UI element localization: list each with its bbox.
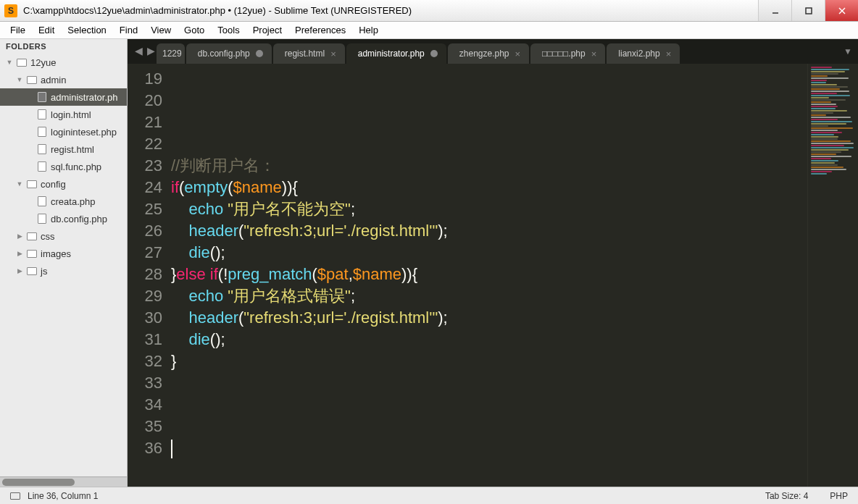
- sidebar: FOLDERS ▼12yue▼adminadministrator.phlogi…: [0, 39, 128, 487]
- sidebar-scrollbar[interactable]: [0, 476, 127, 487]
- tree-item-label: config: [41, 179, 66, 190]
- menu-selection[interactable]: Selection: [62, 25, 112, 35]
- file-item-regist-html[interactable]: regist.html: [0, 140, 127, 158]
- code-line[interactable]: [171, 394, 807, 416]
- close-button[interactable]: [825, 0, 858, 21]
- tab-nav: ◀ ▶: [133, 43, 157, 58]
- folder-icon: [27, 180, 37, 188]
- tab-label: □□□□□.php: [542, 49, 586, 59]
- tab-history-forward[interactable]: ▶: [146, 43, 157, 58]
- file-icon: [38, 144, 46, 154]
- tab-history-back[interactable]: ◀: [133, 43, 144, 58]
- menu-project[interactable]: Project: [247, 25, 288, 35]
- code-line[interactable]: header("refresh:3;url='./regist.html'");: [171, 307, 807, 329]
- menu-tools[interactable]: Tools: [212, 25, 245, 35]
- folder-item-js[interactable]: ▶js: [0, 262, 127, 280]
- file-icon: [38, 109, 46, 119]
- tab-label: lianxi2.php: [618, 49, 659, 59]
- code-line[interactable]: [171, 416, 807, 437]
- tab-label: regist.html: [285, 49, 325, 59]
- tab-overflow-icon[interactable]: ▼: [844, 46, 852, 56]
- sidebar-header: FOLDERS: [0, 39, 127, 54]
- file-icon: [38, 161, 46, 172]
- tab-zhengze-php[interactable]: zhengze.php×: [448, 43, 529, 64]
- menu-goto[interactable]: Goto: [178, 25, 210, 35]
- file-icon: [38, 214, 46, 224]
- status-bar: Line 36, Column 1 Tab Size: 4 PHP: [0, 487, 858, 504]
- folder-icon: [27, 250, 37, 258]
- close-icon[interactable]: ×: [330, 49, 336, 59]
- folder-icon: [27, 232, 37, 240]
- tree-item-label: administrator.ph: [51, 92, 118, 103]
- line-numbers: 192021222324252627282930313233343536: [128, 64, 171, 487]
- code-line[interactable]: [171, 437, 807, 459]
- dirty-indicator-icon: [256, 50, 263, 57]
- close-icon[interactable]: ×: [591, 49, 597, 59]
- tab--php[interactable]: □□□□□.php×: [530, 43, 605, 64]
- minimize-button[interactable]: [758, 0, 791, 21]
- menu-preferences[interactable]: Preferences: [289, 25, 351, 35]
- tab-db-config-php[interactable]: db.config.php: [186, 43, 272, 64]
- close-icon[interactable]: ×: [515, 49, 521, 59]
- file-item-logininteset-php[interactable]: logininteset.php: [0, 123, 127, 140]
- code-line[interactable]: if(empty($name)){: [171, 177, 807, 198]
- menubar: FileEditSelectionFindViewGotoToolsProjec…: [0, 22, 858, 39]
- code-line[interactable]: echo "用户名格式错误";: [171, 285, 807, 307]
- code-line[interactable]: die();: [171, 329, 807, 350]
- code-line[interactable]: }else if(!preg_match($pat,$name)){: [171, 264, 807, 285]
- file-item-login-html[interactable]: login.html: [0, 106, 127, 123]
- code-line[interactable]: [171, 68, 807, 90]
- code-line[interactable]: header("refresh:3;url='./regist.html'");: [171, 220, 807, 242]
- file-item-administrator-ph[interactable]: administrator.ph: [0, 88, 127, 106]
- folder-tree[interactable]: ▼12yue▼adminadministrator.phlogin.htmllo…: [0, 54, 127, 476]
- tab-bar: ◀ ▶ 1229 db.config.phpregist.html×admini…: [128, 39, 858, 64]
- code-line[interactable]: [171, 372, 807, 394]
- tree-item-label: admin: [41, 75, 66, 85]
- minimap[interactable]: [807, 64, 858, 487]
- tree-item-label: logininteset.php: [51, 127, 117, 138]
- menu-file[interactable]: File: [4, 25, 31, 35]
- maximize-button[interactable]: [791, 0, 825, 21]
- status-syntax[interactable]: PHP: [830, 491, 848, 501]
- tree-item-label: sql.func.php: [51, 161, 101, 172]
- tab-label: 1229: [162, 49, 182, 59]
- code-line[interactable]: }: [171, 350, 807, 372]
- code-editor[interactable]: //判断用户名：if(empty($name)){ echo "用户名不能为空"…: [171, 64, 807, 487]
- file-item-db-config-php[interactable]: db.config.php: [0, 210, 127, 227]
- status-position[interactable]: Line 36, Column 1: [28, 491, 98, 501]
- code-line[interactable]: //判断用户名：: [171, 155, 807, 177]
- code-line[interactable]: echo "用户名不能为空";: [171, 198, 807, 220]
- close-icon[interactable]: ×: [666, 49, 672, 59]
- file-item-sql-func-php[interactable]: sql.func.php: [0, 158, 127, 175]
- menu-help[interactable]: Help: [353, 25, 384, 35]
- tab-administrator-php[interactable]: administrator.php: [346, 43, 446, 64]
- tab-label: administrator.php: [358, 49, 425, 59]
- folder-icon: [17, 59, 27, 67]
- folder-item-css[interactable]: ▶css: [0, 227, 127, 245]
- menu-edit[interactable]: Edit: [33, 25, 60, 35]
- titlebar: S C:\xampp\htdocs\12yue\admin\administra…: [0, 0, 858, 22]
- file-icon: [38, 92, 46, 102]
- folder-item-12yue[interactable]: ▼12yue: [0, 54, 127, 71]
- file-icon: [38, 196, 46, 206]
- status-tabsize[interactable]: Tab Size: 4: [765, 491, 808, 501]
- panel-icon[interactable]: [10, 492, 20, 500]
- tab-regist-html[interactable]: regist.html×: [273, 43, 345, 64]
- folder-item-admin[interactable]: ▼admin: [0, 71, 127, 88]
- code-line[interactable]: die();: [171, 242, 807, 264]
- file-item-creata-php[interactable]: creata.php: [0, 193, 127, 210]
- svg-rect-1: [806, 8, 812, 14]
- dirty-indicator-icon: [430, 50, 438, 57]
- tab-partial[interactable]: 1229: [157, 43, 185, 64]
- code-line[interactable]: [171, 133, 807, 155]
- tab-lianxi2-php[interactable]: lianxi2.php×: [607, 43, 680, 64]
- tree-item-label: 12yue: [30, 57, 56, 68]
- code-line[interactable]: [171, 90, 807, 112]
- code-line[interactable]: [171, 112, 807, 133]
- folder-item-config[interactable]: ▼config: [0, 175, 127, 193]
- folder-item-images[interactable]: ▶images: [0, 245, 127, 262]
- tree-item-label: login.html: [51, 109, 91, 120]
- tab-label: zhengze.php: [459, 49, 509, 59]
- menu-view[interactable]: View: [145, 25, 177, 35]
- menu-find[interactable]: Find: [114, 25, 143, 35]
